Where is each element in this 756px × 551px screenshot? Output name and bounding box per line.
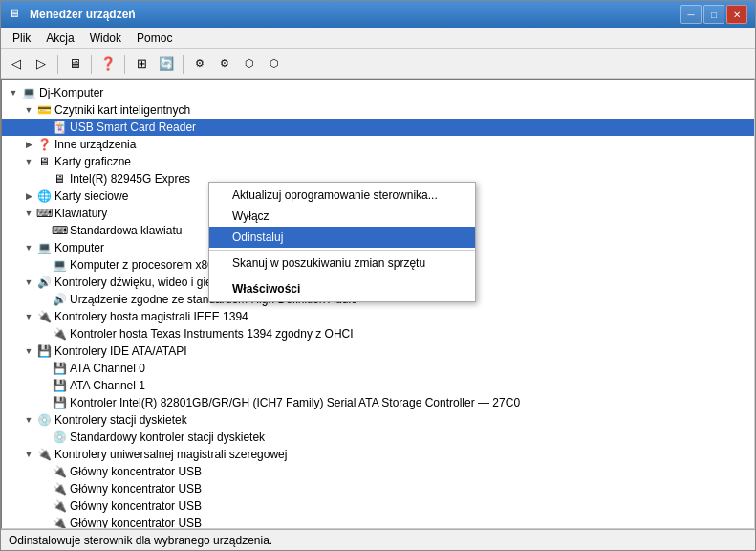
title-bar-left: 🖥 Menedżer urządzeń — [9, 7, 136, 22]
label-ata0: ATA Channel 0 — [70, 362, 145, 375]
expander-usb-hub1[interactable] — [36, 464, 52, 479]
tree-item-ieee1394[interactable]: ▼ 🔌 Kontrolery hosta magistrali IEEE 139… — [2, 308, 754, 325]
toolbar-sep-2 — [91, 55, 92, 74]
expander-ieee1394[interactable]: ▼ — [21, 309, 36, 324]
icon-usb-ctrl: 🔌 — [36, 447, 52, 462]
close-button[interactable]: ✕ — [726, 5, 747, 24]
expander-std-floppy[interactable] — [36, 430, 52, 445]
icon-other: ❓ — [36, 137, 52, 152]
main-window: 🖥 Menedżer urządzeń ─ □ ✕ Plik Akcja Wid… — [0, 0, 756, 551]
icon-hd-audio: 🔊 — [52, 292, 67, 307]
label-keyboards: Klawiatury — [54, 207, 107, 220]
expander-root[interactable]: ▼ — [6, 85, 21, 100]
label-ich7: Kontroler Intel(R) 82801GB/GR/GH (ICH7 F… — [70, 396, 520, 409]
icon-floppy-ctrl: 💿 — [36, 412, 52, 428]
action2-button[interactable]: ⚙ — [213, 53, 236, 76]
tree-item-ide[interactable]: ▼ 💾 Kontrolery IDE ATA/ATAPI — [2, 342, 754, 360]
scan-button[interactable]: ⬡ — [238, 53, 261, 76]
icon-ata0: 💾 — [52, 361, 67, 376]
expander-usb-hub2[interactable] — [36, 481, 52, 496]
expander-sound[interactable]: ▼ — [21, 275, 36, 290]
expander-ich7[interactable] — [36, 395, 52, 410]
icon-ide: 💾 — [36, 343, 52, 359]
expander-usb-hub3[interactable] — [36, 498, 52, 514]
ctx-properties[interactable]: Właściwości — [209, 278, 475, 299]
tree-item-usb-hub1[interactable]: 🔌 Główny koncentrator USB — [2, 463, 754, 480]
tree-item-graphics[interactable]: ▼ 🖥 Karty graficzne — [2, 153, 754, 170]
ctx-disable[interactable]: Wyłącz — [209, 206, 475, 227]
icon-ti1394: 🔌 — [52, 326, 67, 342]
icon-keyboards: ⌨ — [36, 206, 52, 221]
icon-computer-node: 💻 — [36, 240, 52, 255]
back-button[interactable]: ◁ — [5, 53, 28, 76]
expander-acpi[interactable] — [36, 257, 52, 273]
menu-help[interactable]: Pomoc — [129, 30, 180, 47]
label-computer: Komputer — [54, 241, 104, 254]
ctx-uninstall[interactable]: Odinstaluj — [209, 227, 475, 248]
label-graphics: Karty graficzne — [54, 155, 131, 168]
label-intel-gpu: Intel(R) 82945G Expres — [70, 172, 190, 186]
menu-bar: Plik Akcja Widok Pomoc — [1, 28, 755, 49]
refresh-button[interactable]: 🔄 — [155, 53, 178, 76]
icon-sound: 🔊 — [36, 275, 52, 290]
menu-action[interactable]: Akcja — [38, 30, 81, 47]
label-usb-ctrl: Kontrolery uniwersalnej magistrali szere… — [54, 448, 287, 461]
computer-button[interactable]: 🖥 — [63, 53, 86, 76]
tree-item-usb-hub4[interactable]: 🔌 Główny koncentrator USB — [2, 515, 754, 529]
toolbar: ◁ ▷ 🖥 ❓ ⊞ 🔄 ⚙ ⚙ ⬡ ⬡ — [1, 49, 755, 79]
expander-std-kbd[interactable] — [36, 223, 52, 238]
toolbar-sep-1 — [57, 55, 58, 74]
label-ide: Kontrolery IDE ATA/ATAPI — [54, 344, 187, 358]
maximize-button[interactable]: □ — [703, 5, 724, 24]
forward-button[interactable]: ▷ — [30, 53, 53, 76]
icon-usb-reader: 🃏 — [52, 120, 67, 135]
tree-item-floppy-ctrl[interactable]: ▼ 💿 Kontrolery stacji dyskietek — [2, 411, 754, 429]
expander-usb-ctrl[interactable]: ▼ — [21, 447, 36, 462]
expander-ata0[interactable] — [36, 361, 52, 376]
expander-ata1[interactable] — [36, 378, 52, 393]
icon-ieee1394: 🔌 — [36, 309, 52, 324]
toolbar-sep-3 — [124, 55, 125, 74]
expander-floppy-ctrl[interactable]: ▼ — [21, 412, 36, 428]
label-ata1: ATA Channel 1 — [70, 379, 145, 392]
view-button[interactable]: ⊞ — [130, 53, 153, 76]
expander-keyboards[interactable]: ▼ — [21, 206, 36, 221]
expander-ide[interactable]: ▼ — [21, 343, 36, 359]
expander-graphics[interactable]: ▼ — [21, 154, 36, 169]
label-sound: Kontrolery dźwięku, wideo i gier — [54, 276, 216, 289]
tree-item-std-floppy[interactable]: 💿 Standardowy kontroler stacji dyskietek — [2, 429, 754, 446]
minimize-button[interactable]: ─ — [680, 5, 702, 24]
icon-usb-hub1: 🔌 — [52, 464, 67, 479]
expander-usb-reader[interactable] — [36, 120, 52, 135]
menu-view[interactable]: Widok — [82, 30, 129, 47]
menu-file[interactable]: Plik — [5, 30, 38, 47]
tree-item-ata1[interactable]: 💾 ATA Channel 1 — [2, 377, 754, 394]
ctx-scan[interactable]: Skanuj w poszukiwaniu zmian sprzętu — [209, 253, 475, 274]
expander-smart-cards[interactable]: ▼ — [21, 102, 36, 118]
tree-item-other[interactable]: ▶ ❓ Inne urządzenia — [2, 136, 754, 153]
expander-computer[interactable]: ▼ — [21, 240, 36, 255]
label-usb-hub2: Główny koncentrator USB — [70, 482, 202, 496]
tree-item-ata0[interactable]: 💾 ATA Channel 0 — [2, 360, 754, 377]
content-area: ▼ 💻 Dj-Komputer ▼ 💳 Czytniki kart inteli… — [1, 79, 755, 529]
expander-usb-hub4[interactable] — [36, 516, 52, 529]
ctx-update[interactable]: Aktualizuj oprogramowanie sterownika... — [209, 185, 475, 206]
expander-hd-audio[interactable] — [36, 292, 52, 307]
tree-item-ti1394[interactable]: 🔌 Kontroler hosta Texas Instruments 1394… — [2, 325, 754, 342]
expander-other[interactable]: ▶ — [21, 137, 36, 152]
tree-item-root[interactable]: ▼ 💻 Dj-Komputer — [2, 84, 754, 101]
expander-network[interactable]: ▶ — [21, 188, 36, 204]
expander-ti1394[interactable] — [36, 326, 52, 342]
help-button[interactable]: ❓ — [97, 53, 119, 76]
tree-item-usb-hub2[interactable]: 🔌 Główny koncentrator USB — [2, 480, 754, 497]
scan2-button[interactable]: ⬡ — [263, 53, 286, 76]
tree-item-ich7[interactable]: 💾 Kontroler Intel(R) 82801GB/GR/GH (ICH7… — [2, 394, 754, 411]
device-tree[interactable]: ▼ 💻 Dj-Komputer ▼ 💳 Czytniki kart inteli… — [1, 79, 755, 529]
properties-button[interactable]: ⚙ — [188, 53, 211, 76]
tree-item-usb-hub3[interactable]: 🔌 Główny koncentrator USB — [2, 497, 754, 515]
icon-computer: 💻 — [21, 85, 36, 100]
expander-intel-gpu[interactable] — [36, 171, 52, 187]
tree-item-usb-reader[interactable]: 🃏 USB Smart Card Reader — [2, 119, 754, 136]
tree-item-usb-ctrl[interactable]: ▼ 🔌 Kontrolery uniwersalnej magistrali s… — [2, 446, 754, 463]
tree-item-smart-cards[interactable]: ▼ 💳 Czytniki kart inteligentnych — [2, 101, 754, 119]
